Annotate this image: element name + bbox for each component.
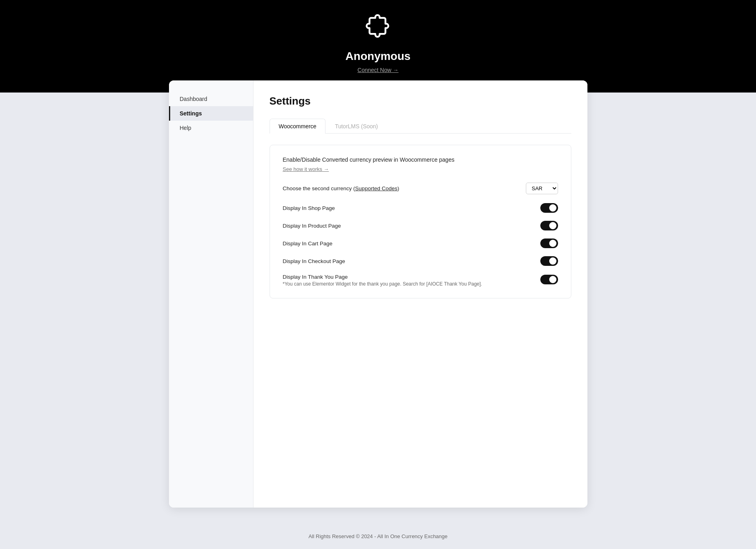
sidebar-item-settings[interactable]: Settings (169, 106, 253, 121)
page-title: Settings (270, 95, 571, 107)
setting-row-cart: Display In Cart Page (283, 239, 558, 248)
toggle-product[interactable] (540, 221, 558, 230)
tab-woocommerce[interactable]: Woocommerce (270, 119, 326, 134)
toggle-product-slider (540, 221, 558, 230)
settings-panel: Enable/Disable Converted currency previe… (270, 145, 571, 298)
header-title: Anonymous (346, 50, 411, 63)
setting-label-cart: Display In Cart Page (283, 241, 540, 247)
sidebar-item-dashboard[interactable]: Dashboard (169, 92, 253, 106)
sidebar-item-help[interactable]: Help (169, 121, 253, 135)
panel-section-title: Enable/Disable Converted currency previe… (283, 156, 558, 163)
currency-select[interactable]: SAR USD EUR GBP AED EGP (526, 183, 558, 194)
setting-row-thankyou: Display In Thank You Page *You can use E… (283, 274, 558, 287)
setting-row-product: Display In Product Page (283, 221, 558, 230)
toggle-cart[interactable] (540, 239, 558, 248)
sidebar: Dashboard Settings Help (169, 80, 253, 508)
content-area: Settings Woocommerce TutorLMS (Soon) Ena… (253, 80, 587, 508)
supported-codes-link[interactable]: Supported Codes (355, 185, 398, 191)
sidebar-item-label: Settings (180, 110, 202, 117)
tab-tutorlms: TutorLMS (Soon) (325, 119, 387, 134)
currency-row: Choose the second currency (Supported Co… (283, 183, 558, 194)
setting-row-checkout: Display In Checkout Page (283, 256, 558, 266)
app-container: Dashboard Settings Help Settings Woocomm… (169, 80, 587, 508)
footer-text: All Rights Reserved © 2024 - All In One … (309, 533, 448, 539)
toggle-thankyou-slider (540, 275, 558, 284)
currency-label: Choose the second currency (Supported Co… (283, 185, 400, 191)
toggle-shop[interactable] (540, 203, 558, 213)
toggle-checkout[interactable] (540, 256, 558, 266)
toggle-shop-slider (540, 203, 558, 213)
see-how-link[interactable]: See how it works → (283, 166, 329, 172)
footer: All Rights Reserved © 2024 - All In One … (0, 524, 756, 549)
setting-label-thankyou: Display In Thank You Page (283, 274, 540, 280)
toggle-thankyou[interactable] (540, 275, 558, 284)
header: Anonymous Connect Now → (0, 0, 756, 93)
setting-sublabel-thankyou: *You can use Elementor Widget for the th… (283, 281, 540, 287)
tabs-bar: Woocommerce TutorLMS (Soon) (270, 119, 571, 134)
setting-row-shop: Display In Shop Page (283, 203, 558, 213)
puzzle-logo-icon (364, 13, 393, 42)
toggle-checkout-slider (540, 256, 558, 266)
setting-label-product: Display In Product Page (283, 223, 540, 229)
setting-label-shop: Display In Shop Page (283, 205, 540, 211)
connect-now-button[interactable]: Connect Now → (358, 67, 399, 73)
sidebar-item-label: Dashboard (180, 96, 208, 102)
sidebar-item-label: Help (180, 125, 192, 131)
toggle-cart-slider (540, 239, 558, 248)
main-wrapper: Dashboard Settings Help Settings Woocomm… (0, 80, 756, 524)
setting-label-checkout: Display In Checkout Page (283, 258, 540, 264)
